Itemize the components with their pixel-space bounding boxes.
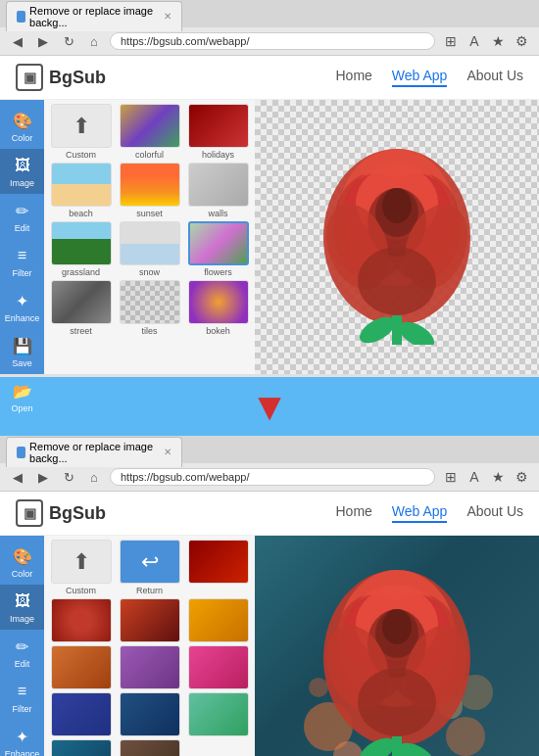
sidebar-enhance[interactable]: ✦ Enhance [0, 284, 44, 329]
custom-upload-icon: ⬆ [73, 114, 90, 139]
thumb-custom[interactable]: ⬆ Custom [48, 104, 114, 160]
thumb-b7[interactable] [185, 645, 251, 689]
thumb-img-grassland [51, 221, 112, 265]
thumb-img-b12 [120, 739, 180, 756]
canvas-bottom [255, 536, 539, 756]
extension-icon[interactable]: ⊞ [441, 31, 461, 51]
svg-point-10 [382, 188, 412, 223]
thumb-img-b2 [51, 598, 112, 642]
address-bar: ◀ ▶ ↻ ⌂ https://bgsub.com/webapp/ ⊞ A ★ … [0, 27, 539, 55]
thumb-b12[interactable] [117, 739, 182, 756]
back-button-bottom[interactable]: ◀ [8, 467, 27, 487]
thumb-custom-bottom[interactable]: ⬆ Custom [48, 540, 114, 595]
app-top: ▣ BgSub Home Web App About Us 🎨 Color 🖼 … [0, 56, 539, 377]
nav-webapp[interactable]: Web App [392, 68, 448, 87]
sidebar-color[interactable]: 🎨 Color [0, 104, 44, 149]
thumb-beach[interactable]: beach [48, 163, 114, 218]
thumb-b11[interactable] [48, 739, 114, 756]
sidebar-save[interactable]: 💾 Save [0, 329, 44, 374]
image-icon: 🖼 [12, 155, 33, 176]
thumb-img-custom: ⬆ [51, 104, 112, 148]
sidebar-filter-label: Filter [13, 268, 32, 278]
thumb-b4[interactable] [185, 598, 251, 642]
thumb-label-tiles: tiles [141, 326, 157, 336]
sidebar-filter[interactable]: ≡ Filter [0, 239, 44, 284]
sidebar-edit-bottom[interactable]: ✏ Edit [0, 630, 44, 675]
sidebar-enhance-bottom[interactable]: ✦ Enhance [0, 720, 44, 756]
thumb-b6[interactable] [117, 645, 182, 689]
sidebar-color-label-bottom: Color [12, 569, 33, 579]
rose-svg-bottom [299, 550, 495, 756]
app-bottom: ▣ BgSub Home Web App About Us 🎨 Color 🖼 … [0, 492, 539, 756]
logo-icon-bottom: ▣ [16, 499, 43, 527]
settings-icon-bottom[interactable]: ⚙ [512, 467, 531, 487]
thumb-street[interactable]: street [48, 280, 114, 336]
thumb-label-custom-bottom: Custom [66, 586, 96, 595]
thumb-return[interactable]: ↩ Return [117, 540, 182, 595]
sidebar-open[interactable]: 📂 Open [0, 374, 44, 419]
nav-home-bottom[interactable]: Home [335, 503, 371, 523]
nav-bar-top: ▣ BgSub Home Web App About Us [0, 56, 539, 100]
sidebar-image-label: Image [10, 178, 34, 188]
bookmark-icon-bottom[interactable]: ★ [488, 467, 508, 487]
extension-icon-bottom[interactable]: ⊞ [441, 467, 461, 487]
return-icon: ↩ [141, 549, 159, 575]
tab-close-button-bottom[interactable]: ✕ [164, 447, 172, 457]
sidebar-edit[interactable]: ✏ Edit [0, 194, 44, 239]
thumb-label-walls: walls [208, 209, 227, 218]
tab-favicon [17, 11, 25, 23]
thumb-flowers[interactable]: flowers [185, 221, 251, 277]
nav-home[interactable]: Home [335, 68, 371, 87]
tab-title: Remove or replace image backg... [29, 5, 154, 28]
nav-about[interactable]: About Us [466, 68, 523, 87]
home-button[interactable]: ⌂ [84, 31, 104, 51]
thumb-holidays[interactable]: holidays [185, 104, 251, 160]
thumb-walls[interactable]: walls [185, 163, 251, 218]
thumb-colorful[interactable]: colorful [117, 104, 182, 160]
refresh-button[interactable]: ↻ [59, 31, 78, 51]
reader-icon-bottom[interactable]: A [465, 467, 484, 487]
sidebar-top: 🎨 Color 🖼 Image ✏ Edit ≡ Filter ✦ Enhanc… [0, 100, 44, 374]
sidebar-filter-bottom[interactable]: ≡ Filter [0, 675, 44, 720]
address-bar-bottom: ◀ ▶ ↻ ⌂ https://bgsub.com/webapp/ ⊞ A ★ … [0, 463, 539, 491]
thumb-b3[interactable] [117, 598, 182, 642]
forward-button[interactable]: ▶ [33, 31, 53, 51]
sidebar-save-label: Save [12, 358, 32, 368]
thumb-b9[interactable] [117, 692, 182, 736]
thumb-bokeh[interactable]: bokeh [185, 280, 251, 336]
thumb-snow[interactable]: snow [117, 221, 182, 277]
custom-upload-icon-bottom: ⬆ [73, 549, 90, 575]
thumb-b10[interactable] [185, 692, 251, 736]
tab-bar: Remove or replace image backg... ✕ [0, 0, 539, 27]
thumb-b8[interactable] [48, 692, 114, 736]
svg-point-13 [358, 247, 436, 315]
thumb-label-beach: beach [69, 209, 93, 218]
thumb-img-b6 [120, 645, 180, 689]
bookmark-icon[interactable]: ★ [488, 31, 508, 51]
tab-favicon-bottom [17, 447, 25, 458]
back-button[interactable]: ◀ [8, 31, 27, 51]
thumb-b5[interactable] [48, 645, 114, 689]
thumb-img-holidays [188, 104, 249, 148]
refresh-button-bottom[interactable]: ↻ [59, 467, 78, 487]
sidebar-image-bottom[interactable]: 🖼 Image [0, 585, 44, 630]
tab-close-button[interactable]: ✕ [164, 11, 172, 22]
home-button-bottom[interactable]: ⌂ [84, 467, 104, 487]
nav-webapp-bottom[interactable]: Web App [392, 503, 448, 523]
settings-icon[interactable]: ⚙ [512, 31, 531, 51]
thumb-b2[interactable] [48, 598, 114, 642]
url-bar-bottom[interactable]: https://bgsub.com/webapp/ [110, 468, 435, 486]
browser-tab-bottom[interactable]: Remove or replace image backg... ✕ [6, 437, 182, 467]
thumb-b1[interactable] [185, 540, 251, 595]
thumb-tiles[interactable]: tiles [117, 280, 182, 336]
browser-tab[interactable]: Remove or replace image backg... ✕ [6, 1, 182, 31]
forward-button-bottom[interactable]: ▶ [33, 467, 53, 487]
nav-about-bottom[interactable]: About Us [466, 503, 523, 523]
thumb-grassland[interactable]: grassland [48, 221, 114, 277]
sidebar-color-bottom[interactable]: 🎨 Color [0, 540, 44, 585]
sidebar-open-label: Open [11, 403, 32, 413]
thumb-sunset[interactable]: sunset [117, 163, 182, 218]
sidebar-image[interactable]: 🖼 Image [0, 149, 44, 194]
reader-icon[interactable]: A [465, 31, 484, 51]
url-bar[interactable]: https://bgsub.com/webapp/ [110, 32, 435, 50]
